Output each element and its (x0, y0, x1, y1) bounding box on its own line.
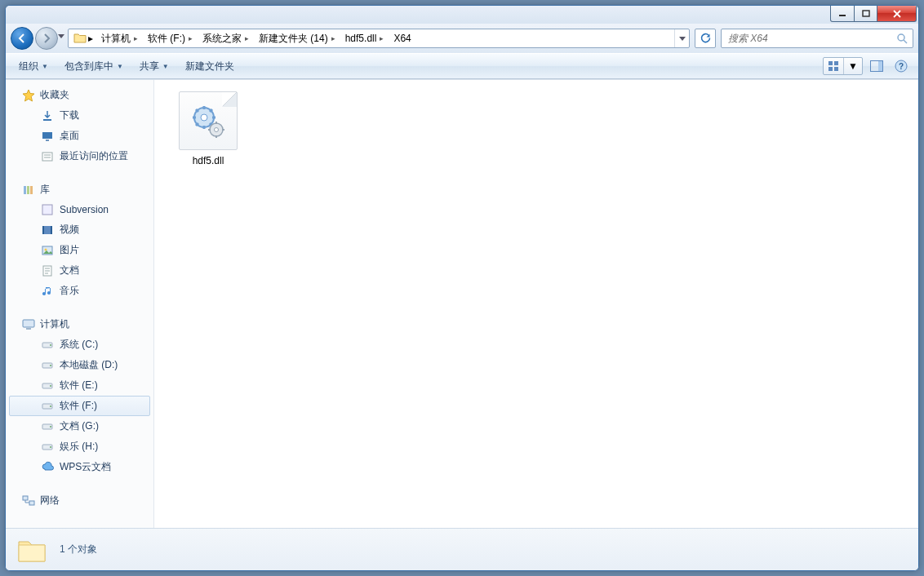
maximize-button[interactable] (855, 6, 877, 22)
item-icon (41, 379, 54, 392)
svg-point-30 (50, 365, 51, 366)
new-folder-button[interactable]: 新建文件夹 (179, 56, 241, 77)
svg-rect-39 (23, 496, 28, 500)
chevron-down-icon: ▼ (117, 63, 123, 70)
svg-rect-3 (828, 61, 833, 65)
nav-item-label: 软件 (F:) (60, 399, 97, 413)
breadcrumb-segment[interactable]: X64 (389, 29, 415, 47)
computer-header[interactable]: 计算机 (6, 316, 153, 335)
close-button[interactable] (877, 6, 917, 22)
item-icon (41, 150, 54, 163)
nav-item[interactable]: 本地磁盘 (D:) (9, 355, 150, 375)
svg-point-42 (201, 114, 207, 121)
nav-item-label: 娱乐 (H:) (60, 440, 98, 454)
favorites-header[interactable]: 收藏夹 (6, 86, 153, 105)
newfolder-label: 新建文件夹 (185, 60, 234, 73)
breadcrumb-segment[interactable]: hdf5.dll▸ (340, 29, 389, 47)
svg-rect-0 (839, 15, 846, 16)
preview-pane-button[interactable] (866, 57, 887, 75)
breadcrumb-label: hdf5.dll (345, 33, 377, 44)
recent-pages-dropdown[interactable] (58, 34, 66, 42)
nav-item-label: 视频 (60, 223, 79, 237)
navigation-pane[interactable]: 收藏夹 下载桌面最近访问的位置 库 Subversion视频图片文档音乐 计算机… (6, 80, 154, 528)
breadcrumb-label: 系统之家 (202, 32, 242, 46)
minimize-button[interactable] (830, 6, 855, 22)
breadcrumb-segment[interactable]: 计算机▸ (96, 29, 143, 47)
star-icon (22, 89, 35, 102)
breadcrumb-segment[interactable]: 软件 (F:)▸ (143, 29, 198, 47)
svg-point-34 (50, 405, 51, 407)
svg-rect-14 (42, 153, 52, 161)
item-icon (41, 461, 54, 474)
file-item[interactable]: hdf5.dll (169, 91, 247, 166)
nav-item[interactable]: 娱乐 (H:) (9, 436, 150, 457)
nav-item[interactable]: 软件 (E:) (9, 375, 150, 396)
nav-item[interactable]: 系统 (C:) (9, 335, 150, 355)
nav-item[interactable]: 桌面 (9, 126, 150, 146)
nav-item[interactable]: WPS云文档 (9, 457, 150, 477)
nav-item[interactable]: 视频 (9, 219, 150, 240)
organize-menu[interactable]: 组织▼ (12, 56, 55, 77)
nav-item[interactable]: 音乐 (9, 281, 150, 301)
network-header[interactable]: 网络 (6, 492, 153, 511)
breadcrumb-segment[interactable]: 系统之家▸ (198, 29, 254, 47)
include-in-library-menu[interactable]: 包含到库中▼ (58, 56, 130, 77)
share-label: 共享 (140, 60, 159, 73)
svg-point-52 (215, 128, 219, 132)
item-icon (41, 359, 54, 372)
change-view-button[interactable]: ▼ (823, 57, 863, 75)
address-dropdown[interactable] (674, 29, 689, 47)
details-pane: 1 个对象 (6, 528, 918, 570)
nav-item-label: 文档 (G:) (60, 419, 99, 433)
view-icon (824, 58, 843, 74)
svg-point-38 (50, 446, 51, 448)
nav-item-label: Subversion (60, 204, 109, 215)
search-input[interactable] (726, 32, 896, 45)
svg-point-2 (898, 34, 904, 41)
network-icon (22, 494, 35, 507)
network-group: 网络 (6, 492, 153, 511)
items-view[interactable]: hdf5.dll (154, 80, 918, 528)
svg-rect-6 (834, 67, 838, 71)
svg-rect-4 (834, 61, 838, 65)
libraries-icon (22, 184, 35, 197)
nav-item-label: 下载 (60, 109, 79, 122)
svg-rect-12 (42, 132, 52, 139)
nav-item[interactable]: 下载 (9, 105, 150, 126)
svg-point-32 (50, 385, 51, 387)
nav-buttons (11, 26, 63, 51)
svg-rect-25 (23, 320, 34, 327)
svg-rect-18 (42, 205, 52, 215)
svg-rect-8 (878, 61, 882, 71)
svg-text:?: ? (899, 62, 904, 71)
nav-item[interactable]: 文档 (9, 260, 150, 281)
item-icon (41, 400, 54, 413)
view-dropdown[interactable]: ▼ (844, 58, 862, 74)
share-menu[interactable]: 共享▼ (133, 56, 175, 77)
breadcrumb-segment[interactable]: 新建文件夹 (14)▸ (254, 29, 340, 47)
folder-icon (16, 534, 48, 566)
chevron-right-icon: ▸ (380, 34, 384, 42)
svg-rect-26 (26, 328, 31, 330)
nav-item[interactable]: 软件 (F:) (9, 396, 150, 416)
svg-rect-20 (42, 226, 44, 234)
nav-item[interactable]: 文档 (G:) (9, 416, 150, 436)
address-bar[interactable]: ▸ 计算机▸软件 (F:)▸系统之家▸新建文件夹 (14)▸hdf5.dll▸X… (68, 29, 690, 48)
libraries-header[interactable]: 库 (6, 181, 153, 200)
refresh-button[interactable] (695, 29, 716, 48)
nav-item[interactable]: 最近访问的位置 (9, 146, 150, 166)
nav-item[interactable]: Subversion (9, 200, 150, 219)
nav-item[interactable]: 图片 (9, 240, 150, 260)
item-icon (41, 224, 54, 237)
file-thumbnail (179, 91, 238, 150)
chevron-right-icon: ▸ (331, 34, 335, 42)
back-button[interactable] (11, 27, 33, 50)
search-box[interactable] (721, 29, 913, 48)
svg-line-49 (196, 123, 198, 126)
favorites-label: 收藏夹 (40, 88, 69, 102)
help-button[interactable]: ? (891, 57, 912, 75)
nav-item-label: 图片 (60, 243, 79, 257)
svg-rect-11 (43, 119, 51, 121)
breadcrumb-label: X64 (393, 33, 411, 44)
forward-button[interactable] (35, 27, 58, 50)
